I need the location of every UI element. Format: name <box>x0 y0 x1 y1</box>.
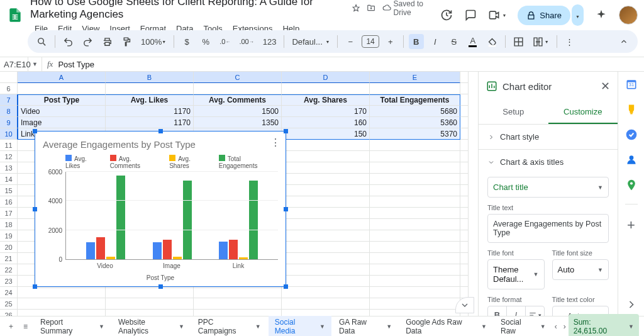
cell[interactable]: Avg. Shares <box>282 94 370 106</box>
sheet-tab[interactable]: Social Media▼ <box>269 314 331 337</box>
sheet-tab[interactable]: Google Ads Raw Data▼ <box>399 314 493 337</box>
row-header[interactable]: 25 <box>0 298 18 310</box>
history-icon[interactable] <box>440 9 453 21</box>
bold-button[interactable]: B <box>409 34 424 49</box>
row-header[interactable]: 14 <box>0 174 18 185</box>
cell[interactable]: 150 <box>282 128 370 140</box>
sheet-tab[interactable]: Website Analytics▼ <box>112 314 191 337</box>
sheet-tab[interactable]: Report Summary▼ <box>34 314 111 337</box>
decrease-decimal[interactable]: .0← <box>217 34 233 49</box>
col-header[interactable]: B <box>106 72 194 83</box>
cell[interactable]: 1500 <box>194 106 282 117</box>
cell[interactable] <box>370 287 460 298</box>
row-header[interactable]: 19 <box>0 230 18 242</box>
cell[interactable] <box>370 185 460 196</box>
cell[interactable] <box>106 83 194 94</box>
sheets-logo-icon[interactable] <box>6 4 24 26</box>
cell[interactable] <box>370 162 460 174</box>
title-font-select[interactable]: Theme Defaul...▼ <box>487 259 545 289</box>
undo-icon[interactable] <box>60 34 76 49</box>
cell[interactable] <box>18 83 106 94</box>
col-header[interactable]: E <box>370 72 460 83</box>
row-header[interactable]: 22 <box>0 264 18 276</box>
quicksum-chip[interactable]: Sum: 24,615.00▼ <box>569 314 639 337</box>
cell[interactable] <box>370 83 460 94</box>
percent-format[interactable]: % <box>198 34 213 49</box>
paint-format-icon[interactable] <box>119 34 135 49</box>
col-header[interactable]: C <box>194 72 282 83</box>
print-icon[interactable] <box>99 34 115 49</box>
cell[interactable] <box>370 242 460 253</box>
all-sheets-icon[interactable]: ≡ <box>19 320 31 333</box>
cell[interactable] <box>282 230 370 242</box>
row-header[interactable]: 17 <box>0 208 18 219</box>
row-header[interactable]: 13 <box>0 162 18 174</box>
font-size-input[interactable]: 14 <box>362 35 379 48</box>
cell[interactable]: Avg. Likes <box>106 94 194 106</box>
account-avatar[interactable] <box>619 6 638 25</box>
italic-button[interactable]: I <box>428 34 443 49</box>
cell[interactable] <box>282 208 370 219</box>
cell[interactable]: 1170 <box>106 106 194 117</box>
row-header[interactable]: 20 <box>0 242 18 253</box>
cell[interactable]: 5360 <box>370 117 460 128</box>
row-header[interactable]: 12 <box>0 151 18 162</box>
cell[interactable]: Total Engagements <box>370 94 460 106</box>
search-menus-icon[interactable] <box>34 34 50 49</box>
cell[interactable] <box>370 264 460 276</box>
contacts-icon[interactable] <box>625 154 638 166</box>
section-axis-titles[interactable]: Chart & axis titles <box>479 150 618 174</box>
tab-customize[interactable]: Customize <box>548 101 618 124</box>
zoom-select[interactable]: 100% ▼ <box>138 34 169 49</box>
embedded-chart[interactable]: ⋮ Average Engagements by Post Type Avg. … <box>35 131 286 287</box>
fx-icon[interactable]: fx <box>42 59 58 69</box>
row-header[interactable]: 15 <box>0 185 18 196</box>
cell[interactable] <box>282 196 370 208</box>
collapse-toolbar-icon[interactable] <box>616 34 631 49</box>
decrease-font[interactable]: − <box>343 34 358 49</box>
cell[interactable] <box>18 310 106 316</box>
maps-icon[interactable] <box>625 179 638 191</box>
sheet-tab[interactable]: GA Raw Data▼ <box>333 314 398 337</box>
font-select[interactable]: Defaul...▼ <box>289 34 332 49</box>
formula-input[interactable]: Post Type <box>58 60 94 69</box>
title-type-select[interactable]: Chart title▼ <box>487 177 609 198</box>
col-header[interactable]: A <box>18 72 106 83</box>
cell[interactable] <box>370 276 460 287</box>
row-header[interactable]: 21 <box>0 253 18 264</box>
cell[interactable]: 5680 <box>370 106 460 117</box>
meet-dropdown[interactable]: ▼ <box>488 9 506 21</box>
calendar-icon[interactable]: 31 <box>625 78 638 91</box>
cell[interactable] <box>370 174 460 185</box>
cell[interactable] <box>194 83 282 94</box>
increase-decimal[interactable]: .00→ <box>236 34 256 49</box>
cell[interactable]: 1170 <box>106 117 194 128</box>
cell[interactable] <box>370 298 460 310</box>
cell[interactable] <box>18 287 106 298</box>
row-header[interactable]: 7 <box>0 94 18 106</box>
cell[interactable] <box>370 140 460 151</box>
sheet-tab[interactable]: PPC Campaigns▼ <box>192 314 267 337</box>
fill-color[interactable] <box>484 34 500 49</box>
add-addons-icon[interactable]: + <box>625 217 638 230</box>
row-header[interactable]: 11 <box>0 140 18 151</box>
cell[interactable] <box>282 174 370 185</box>
strikethrough-button[interactable]: S <box>447 34 462 49</box>
cell[interactable] <box>282 185 370 196</box>
cell[interactable] <box>282 83 370 94</box>
more-formats[interactable]: 123 <box>260 34 279 49</box>
row-header[interactable]: 9 <box>0 117 18 128</box>
title-size-select[interactable]: Auto▼ <box>552 259 609 280</box>
cell[interactable]: Avg. Comments <box>194 94 282 106</box>
name-box-dropdown[interactable]: ▼ <box>28 57 42 71</box>
star-icon[interactable] <box>352 3 360 13</box>
cell[interactable] <box>370 151 460 162</box>
gemini-icon[interactable] <box>595 9 608 21</box>
move-to-folder-icon[interactable] <box>367 3 375 13</box>
cell[interactable]: Video <box>18 106 106 117</box>
row-header[interactable]: 23 <box>0 276 18 287</box>
share-button[interactable]: Share <box>518 6 570 25</box>
cell[interactable] <box>370 208 460 219</box>
row-header[interactable]: 8 <box>0 106 18 117</box>
cell[interactable] <box>370 196 460 208</box>
